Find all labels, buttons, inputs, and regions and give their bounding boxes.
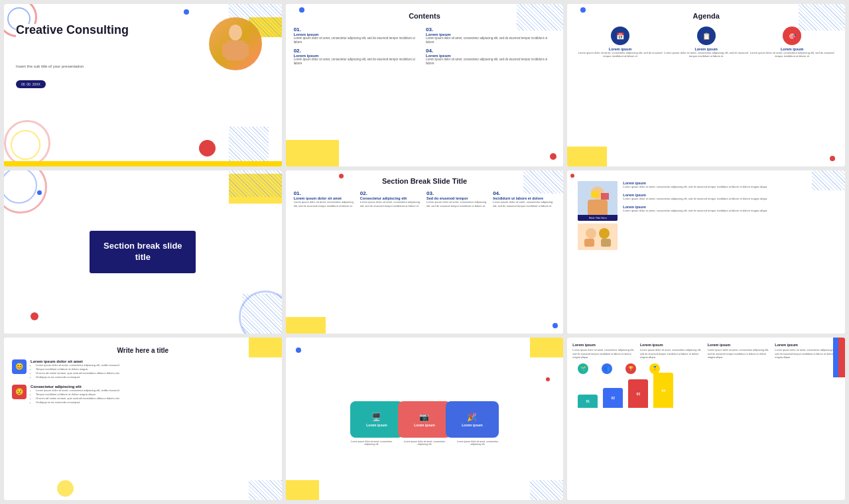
deco-red bbox=[830, 156, 835, 161]
slide9-col1: Lorem ipsum Lorem ipsum dolor sit amet, … bbox=[572, 343, 637, 360]
slide-1: Creative Consulting Insert the sub title… bbox=[4, 4, 282, 166]
svg-rect-9 bbox=[578, 223, 618, 250]
slide9-col2: Lorem ipsum Lorem ipsum dolor sit amet, … bbox=[640, 343, 705, 360]
puzzle-icon-1: 🖥️ bbox=[371, 412, 381, 422]
deco-yellow bbox=[286, 317, 326, 334]
slide9-top: Lorem ipsum Lorem ipsum dolor sit amet, … bbox=[572, 343, 840, 360]
svg-rect-6 bbox=[588, 200, 608, 216]
slide-9: Lorem ipsum Lorem ipsum dolor sit amet, … bbox=[567, 338, 845, 500]
bar-2: 02 bbox=[603, 388, 623, 408]
bar-3: 03 bbox=[628, 379, 648, 408]
slide6-content: Slide Title Here Lorem ipsum Lorem i bbox=[572, 176, 840, 250]
slide9-icon2: 👥 bbox=[602, 363, 612, 374]
slide9-icons: 🌱 👥 🏆 🥇 bbox=[572, 363, 840, 374]
slide7-icon2: 😟 bbox=[12, 385, 27, 399]
person-svg bbox=[219, 21, 252, 67]
puzzle-icon-2: 📷 bbox=[419, 412, 429, 422]
content-item-4: 04. Lorem ipsum Lorem ipsum dolor sit am… bbox=[426, 48, 555, 66]
svg-rect-2 bbox=[222, 44, 229, 57]
slide5-col3: 03. Sed do eiusmod tempor Lorem ipsum do… bbox=[426, 190, 489, 208]
slide-2: Contents 01. Lorem ipsum Lorem ipsum dol… bbox=[286, 4, 564, 166]
svg-rect-12 bbox=[584, 239, 594, 247]
deco-lines-br bbox=[242, 294, 282, 334]
deco-dot-red-br bbox=[199, 140, 216, 157]
slide9-col3: Lorem ipsum Lorem ipsum dolor sit amet, … bbox=[708, 343, 773, 360]
puzzle-piece-1: 🖥️ Lorem ipsum bbox=[350, 401, 403, 438]
slide6-images: Slide Title Here bbox=[578, 181, 618, 250]
slide9-col4: Lorem ipsum Lorem ipsum dolor sit amet, … bbox=[775, 343, 840, 360]
bar-item-3: 03 bbox=[628, 379, 648, 408]
slide7-content2: Consectetur adipiscing elit Lorem ipsum … bbox=[31, 385, 119, 405]
slide5-cols: 01. Lorem ipsum dolor sit amet Lorem ips… bbox=[286, 185, 564, 213]
deco-yellow bbox=[530, 338, 563, 357]
svg-rect-3 bbox=[242, 44, 249, 57]
deco-dot bbox=[299, 7, 304, 13]
slide6-texts: Lorem ipsum Lorem ipsum dolor sit amet, … bbox=[623, 181, 834, 212]
slide-7: Write here a title 😊 Lorem ipsum dolor s… bbox=[4, 338, 282, 500]
agenda-item-1: 📅 Lorem ipsum Lorem ipsum dolor sit amet… bbox=[577, 27, 663, 58]
deco-lines-br bbox=[229, 127, 269, 166]
deco-yellow-circle bbox=[57, 480, 74, 497]
deco-yellow-bl bbox=[286, 140, 339, 166]
deco-yellow bbox=[567, 147, 607, 166]
deco-lines-top bbox=[517, 4, 563, 31]
deco-lines bbox=[229, 170, 282, 197]
svg-rect-7 bbox=[591, 191, 599, 198]
puzzle-pieces-row: 🖥️ Lorem ipsum 📷 Lorem ipsum 🎉 Lorem ips… bbox=[350, 401, 499, 438]
slide1-date: 00. 00. 20XX bbox=[16, 80, 46, 88]
slide-grid: Creative Consulting Insert the sub title… bbox=[0, 0, 849, 504]
slide1-title: Creative Consulting bbox=[16, 24, 129, 37]
puzzle-piece-2: 📷 Lorem ipsum bbox=[398, 401, 451, 438]
svg-point-0 bbox=[229, 25, 242, 40]
slide1-subtitle: Insert the sub title of your presentatio… bbox=[16, 64, 84, 69]
agenda-icon-1: 📅 bbox=[611, 27, 629, 45]
slide7-bullets1: Lorem ipsum dolor sit amet, consectetur … bbox=[31, 363, 119, 379]
deco-lines-tr bbox=[812, 170, 845, 190]
slide4-textbox: Section break slide title bbox=[90, 231, 196, 273]
slide7-title: Write here a title bbox=[4, 338, 282, 359]
agenda-item-3: 🎯 Lorem ipsum Lorem ipsum dolor sit amet… bbox=[749, 27, 835, 58]
slide-6: Slide Title Here Lorem ipsum Lorem i bbox=[567, 170, 845, 333]
puzzle-icon-3: 🎉 bbox=[467, 412, 477, 422]
slide1-photo-inner bbox=[209, 17, 262, 70]
slide9-bars: 01 02 03 04 bbox=[572, 374, 840, 410]
slide7-item2: 😟 Consectetur adipiscing elit Lorem ipsu… bbox=[4, 385, 282, 410]
deco-blue bbox=[553, 323, 558, 328]
slide7-icon1: 😊 bbox=[12, 359, 27, 374]
puzzle-piece-3: 🎉 Lorem ipsum bbox=[446, 401, 499, 438]
slide1-photo bbox=[209, 17, 262, 70]
deco-red-dot bbox=[550, 153, 556, 160]
deco-lines bbox=[523, 170, 563, 194]
slide7-item1: 😊 Lorem ipsum dolor sit amet Lorem ipsum… bbox=[4, 359, 282, 385]
deco-yellow-tr bbox=[249, 338, 282, 357]
deco-lines-br bbox=[249, 480, 282, 500]
bar-1: 01 bbox=[578, 395, 598, 408]
slide6-text3: Lorem ipsum Lorem ipsum dolor sit amet, … bbox=[623, 205, 834, 213]
svg-point-11 bbox=[599, 228, 610, 239]
slide9-icon1: 🌱 bbox=[578, 363, 588, 374]
svg-rect-13 bbox=[601, 239, 611, 247]
bar-4: 04 bbox=[653, 373, 673, 408]
puzzle-texts: Lorem ipsum dolor sit amet, consectetur … bbox=[345, 440, 504, 446]
slide7-content1: Lorem ipsum dolor sit amet Lorem ipsum d… bbox=[31, 359, 119, 379]
deco-lines bbox=[530, 480, 563, 500]
bar-item-2: 02 bbox=[603, 388, 623, 408]
deco-red bbox=[339, 174, 344, 178]
deco-blue-dot bbox=[296, 347, 301, 353]
deco-bottom-bar bbox=[4, 161, 282, 166]
deco-red-dot bbox=[546, 377, 550, 381]
deco-red-bar bbox=[838, 338, 845, 377]
deco-red-dot bbox=[31, 312, 38, 320]
slide-5: Section Break Slide Title 01. Lorem ipsu… bbox=[286, 170, 564, 333]
deco-lines-top bbox=[799, 4, 845, 31]
meeting-svg bbox=[578, 223, 618, 250]
slide6-text2: Lorem ipsum Lorem ipsum dolor sit amet, … bbox=[623, 193, 834, 201]
slide-3: Agenda 📅 Lorem ipsum Lorem ipsum dolor s… bbox=[567, 4, 845, 166]
bar-item-1: 01 bbox=[578, 395, 598, 408]
agenda-item-2: 📋 Lorem ipsum Lorem ipsum dolor sit amet… bbox=[663, 27, 750, 58]
svg-rect-8 bbox=[601, 193, 609, 200]
content-item-1: 01. Lorem ipsum Lorem ipsum dolor sit am… bbox=[294, 27, 423, 45]
deco-dot-blue bbox=[184, 9, 189, 15]
slide6-img2 bbox=[578, 223, 618, 250]
slide7-bullets2: Lorem ipsum dolor sit amet, consectetur … bbox=[31, 389, 119, 405]
